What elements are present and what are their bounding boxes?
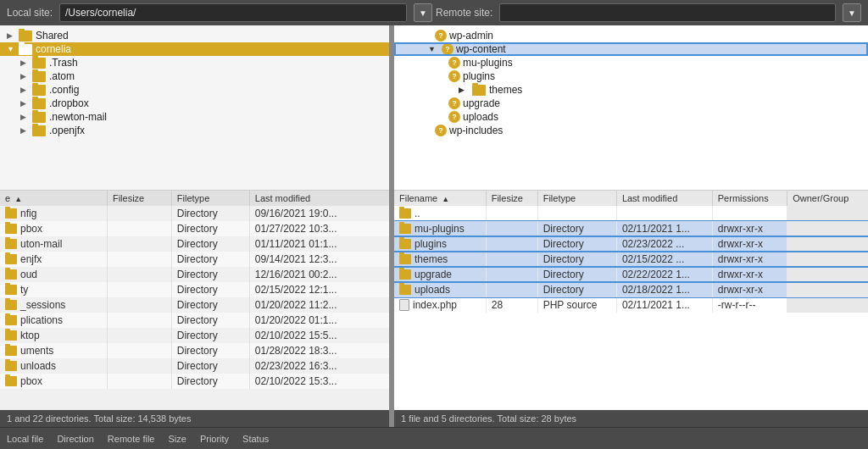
table-row[interactable]: enjfx Directory 09/14/2021 12:3... (0, 252, 389, 267)
rcell-owner (787, 221, 868, 236)
tree-item-newton[interactable]: ▶ .newton-mail (0, 110, 389, 124)
cell-filesize (107, 297, 171, 313)
top-bar: Local site: ▼ Remote site: ▼ (0, 0, 868, 25)
tree-item-upgrade[interactable]: ? upgrade (394, 97, 868, 110)
cell-filename: pbox (0, 374, 107, 389)
remote-path-input[interactable] (499, 3, 836, 22)
rcell-modified: 02/23/2022 ... (616, 236, 712, 252)
cell-filesize (107, 343, 171, 358)
panels: ▶ Shared ▼ cornelia ▶ (0, 25, 868, 427)
rcol-filetype[interactable]: Filetype (537, 191, 616, 206)
left-status-text: 1 and 22 directories. Total size: 14,538… (7, 413, 192, 424)
rcell-filesize (486, 221, 537, 236)
arrow-icon: ▶ (7, 31, 19, 40)
table-row[interactable]: plugins Directory 02/23/2022 ... drwxr-x… (394, 236, 868, 252)
tree-label-wp-admin: wp-admin (449, 30, 493, 42)
left-tree-area[interactable]: ▶ Shared ▼ cornelia ▶ (0, 25, 389, 191)
rcell-filesize: 28 (486, 297, 537, 313)
tree-item-openjfx[interactable]: ▶ .openjfx (0, 124, 389, 137)
tree-label-shared: Shared (36, 30, 69, 42)
tree-item-wp-admin[interactable]: ? wp-admin (394, 29, 868, 42)
right-file-list[interactable]: Filename ▲ Filesize Filetype Last modifi… (394, 191, 868, 410)
rcell-permissions: drwxr-xr-x (712, 267, 787, 282)
right-tree-area[interactable]: ? wp-admin ▼ ? wp-content ? mu-plugins ? (394, 25, 868, 191)
rcell-filesize (486, 252, 537, 267)
rcol-filename[interactable]: Filename ▲ (394, 191, 486, 206)
cell-filename: plications (0, 313, 107, 328)
table-row[interactable]: mu-plugins Directory 02/11/2021 1... drw… (394, 221, 868, 236)
rcell-filesize (486, 236, 537, 252)
tree-item-wp-includes[interactable]: ? wp-includes (394, 124, 868, 137)
tree-label-cornelia: cornelia (36, 43, 71, 55)
rcell-filesize (486, 282, 537, 297)
rcol-modified[interactable]: Last modified (616, 191, 712, 206)
tree-item-shared[interactable]: ▶ Shared (0, 29, 389, 42)
col-filesize[interactable]: Filesize (107, 191, 171, 206)
tree-item-wp-content[interactable]: ▼ ? wp-content (394, 42, 868, 56)
rcell-owner (787, 282, 868, 297)
table-row[interactable]: oud Directory 12/16/2021 00:2... (0, 267, 389, 282)
table-row[interactable]: pbox Directory 02/10/2022 15:3... (0, 374, 389, 389)
tree-label-uploads: uploads (463, 111, 498, 123)
rcell-filetype: Directory (537, 282, 616, 297)
remote-path-dropdown[interactable]: ▼ (843, 3, 861, 22)
left-file-list[interactable]: e ▲ Filesize Filetype Last modified nfig… (0, 191, 389, 410)
tree-label-wp-includes: wp-includes (449, 125, 503, 136)
tree-item-mu-plugins[interactable]: ? mu-plugins (394, 56, 868, 69)
table-row[interactable]: themes Directory 02/15/2022 ... drwxr-xr… (394, 252, 868, 267)
local-path-dropdown[interactable]: ▼ (414, 3, 432, 22)
table-row[interactable]: _sessions Directory 01/20/2022 11:2... (0, 297, 389, 313)
rcol-owner[interactable]: Owner/Group (787, 191, 868, 206)
tree-item-dropbox[interactable]: ▶ .dropbox (0, 97, 389, 110)
cell-modified: 01/27/2022 10:3... (249, 221, 389, 236)
table-row[interactable]: ktop Directory 02/10/2022 15:5... (0, 328, 389, 343)
table-row[interactable]: nfig Directory 09/16/2021 19:0... (0, 206, 389, 221)
table-row[interactable]: uton-mail Directory 01/11/2021 01:1... (0, 236, 389, 252)
table-row[interactable]: uploads Directory 02/18/2022 1... drwxr-… (394, 282, 868, 297)
col-filename[interactable]: e ▲ (0, 191, 107, 206)
col-filetype[interactable]: Filetype (171, 191, 249, 206)
col-modified[interactable]: Last modified (249, 191, 389, 206)
tree-item-trash[interactable]: ▶ .Trash (0, 56, 389, 69)
arrow-icon-openjfx: ▶ (20, 126, 32, 135)
cell-modified: 12/16/2021 00:2... (249, 267, 389, 282)
local-path-bar: Local site: ▼ (7, 3, 432, 22)
rcol-permissions[interactable]: Permissions (712, 191, 787, 206)
table-row[interactable]: plications Directory 01/20/2022 01:1... (0, 313, 389, 328)
tree-item-atom[interactable]: ▶ .atom (0, 69, 389, 83)
local-file-label: Local file (7, 434, 43, 444)
tree-item-cornelia[interactable]: ▼ cornelia (0, 42, 389, 56)
table-row[interactable]: index.php 28 PHP source 02/11/2021 1... … (394, 297, 868, 313)
rcell-filetype: Directory (537, 221, 616, 236)
table-row[interactable]: .. (394, 206, 868, 221)
cell-modified: 01/20/2022 11:2... (249, 297, 389, 313)
cell-filetype: Directory (171, 328, 249, 343)
left-table-header: e ▲ Filesize Filetype Last modified (0, 191, 389, 206)
cell-filetype: Directory (171, 221, 249, 236)
rcell-modified: 02/22/2022 1... (616, 267, 712, 282)
rcell-filesize (486, 206, 537, 221)
table-row[interactable]: uments Directory 01/28/2022 18:3... (0, 343, 389, 358)
cell-filetype: Directory (171, 206, 249, 221)
cell-filetype: Directory (171, 236, 249, 252)
local-path-input[interactable] (59, 3, 407, 22)
direction-label: Direction (57, 434, 93, 444)
local-site-label: Local site: (7, 7, 53, 19)
table-row[interactable]: pbox Directory 01/27/2022 10:3... (0, 221, 389, 236)
tree-item-config[interactable]: ▶ .config (0, 83, 389, 97)
table-row[interactable]: unloads Directory 02/23/2022 16:3... (0, 358, 389, 374)
cell-filetype: Directory (171, 313, 249, 328)
tree-item-plugins[interactable]: ? plugins (394, 69, 868, 83)
cell-filetype: Directory (171, 297, 249, 313)
rcol-filesize[interactable]: Filesize (486, 191, 537, 206)
tree-item-themes[interactable]: ▶ themes (394, 83, 868, 97)
bottom-bar: Local file Direction Remote file Size Pr… (0, 427, 868, 449)
table-row[interactable]: ty Directory 02/15/2022 12:1... (0, 282, 389, 297)
tree-label-themes: themes (489, 84, 522, 96)
cell-filesize (107, 328, 171, 343)
table-row[interactable]: upgrade Directory 02/22/2022 1... drwxr-… (394, 267, 868, 282)
tree-label-plugins: plugins (463, 70, 495, 82)
cell-filename: unloads (0, 358, 107, 374)
cell-filetype: Directory (171, 358, 249, 374)
tree-item-uploads[interactable]: ? uploads (394, 110, 868, 124)
